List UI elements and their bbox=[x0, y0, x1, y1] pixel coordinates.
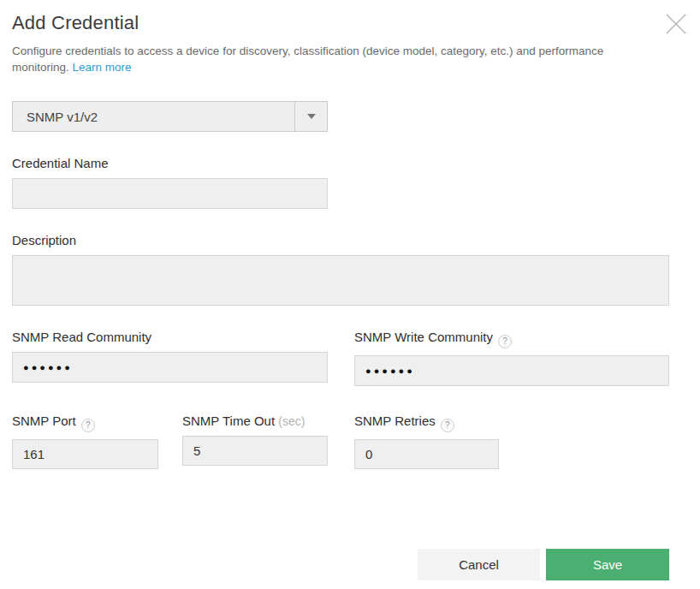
community-row: SNMP Read Community SNMP Write Community… bbox=[12, 330, 669, 386]
page-title: Add Credential bbox=[12, 0, 669, 34]
cancel-button[interactable]: Cancel bbox=[418, 549, 540, 580]
chevron-down-icon bbox=[307, 114, 316, 119]
select-arrow-button[interactable] bbox=[294, 102, 327, 131]
close-icon[interactable] bbox=[662, 10, 690, 38]
snmp-timeout-field: SNMP Time Out (sec) bbox=[182, 413, 328, 469]
dialog-footer: Cancel Save bbox=[12, 549, 669, 580]
snmp-retries-input[interactable] bbox=[354, 439, 499, 469]
snmp-port-field: SNMP Port? bbox=[12, 413, 158, 469]
snmp-settings-row: SNMP Port? SNMP Time Out (sec) SNMP Retr… bbox=[12, 413, 669, 469]
snmp-write-community-field: SNMP Write Community? bbox=[354, 330, 669, 386]
save-button[interactable]: Save bbox=[546, 549, 669, 580]
help-icon[interactable]: ? bbox=[81, 419, 95, 432]
credential-name-input[interactable] bbox=[12, 178, 328, 209]
snmp-write-community-label-text: SNMP Write Community bbox=[354, 330, 493, 344]
snmp-timeout-label: SNMP Time Out (sec) bbox=[182, 413, 328, 429]
description-textarea[interactable] bbox=[12, 255, 669, 306]
credential-type-select[interactable]: SNMP v1/v2 bbox=[12, 101, 328, 132]
credential-name-label: Credential Name bbox=[12, 156, 669, 171]
snmp-retries-label-text: SNMP Retries bbox=[354, 413, 436, 428]
snmp-timeout-unit: (sec) bbox=[278, 414, 305, 428]
learn-more-link[interactable]: Learn more bbox=[73, 61, 132, 74]
snmp-write-community-label: SNMP Write Community? bbox=[354, 330, 669, 348]
dialog-subtitle: Configure credentials to access a device… bbox=[12, 43, 638, 75]
snmp-read-community-input[interactable] bbox=[12, 352, 328, 383]
snmp-port-input[interactable] bbox=[12, 439, 158, 469]
snmp-timeout-label-text: SNMP Time Out bbox=[182, 413, 275, 428]
help-icon[interactable]: ? bbox=[498, 335, 512, 348]
snmp-port-label-text: SNMP Port bbox=[12, 413, 76, 428]
credential-type-selected-value: SNMP v1/v2 bbox=[13, 102, 294, 131]
help-icon[interactable]: ? bbox=[441, 419, 454, 432]
add-credential-dialog: Add Credential Configure credentials to … bbox=[0, 0, 700, 589]
snmp-write-community-input[interactable] bbox=[354, 355, 669, 386]
snmp-timeout-input[interactable] bbox=[182, 436, 328, 466]
snmp-read-community-field: SNMP Read Community bbox=[12, 330, 328, 386]
snmp-retries-field: SNMP Retries? bbox=[354, 413, 499, 469]
snmp-port-label: SNMP Port? bbox=[12, 413, 158, 432]
snmp-read-community-label: SNMP Read Community bbox=[12, 330, 328, 345]
snmp-retries-label: SNMP Retries? bbox=[354, 413, 499, 432]
description-label: Description bbox=[12, 233, 669, 248]
